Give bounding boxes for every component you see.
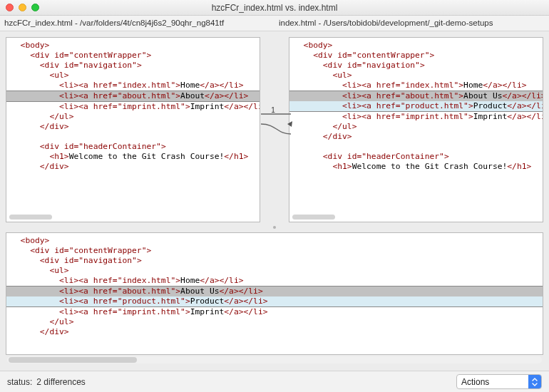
code-line[interactable]: <li><a href="product.html">Product</a></… (289, 101, 543, 112)
code-line[interactable] (289, 142, 543, 152)
code-line[interactable]: <ul> (6, 266, 543, 276)
code-line[interactable]: <li><a href="index.html">Home</a></li> (6, 81, 260, 91)
code-line[interactable]: <li><a href="imprint.html">Imprint</a></… (289, 112, 543, 122)
code-line[interactable]: <div id="contentWrapper"> (6, 246, 543, 256)
code-line[interactable]: <li><a href="about.html">About Us</a></l… (6, 286, 543, 296)
zoom-icon[interactable] (31, 4, 39, 11)
left-code-box[interactable]: <body> <div id="contentWrapper"> <div id… (6, 37, 260, 222)
code-line[interactable]: <div id="navigation"> (6, 256, 543, 266)
code-line[interactable]: </div> (6, 327, 543, 337)
code-line[interactable]: <div id="headerContainer"> (6, 142, 260, 152)
right-file-path: index.html - /Users/tobidobi/development… (274, 16, 549, 31)
code-line[interactable]: </ul> (6, 112, 260, 122)
code-line[interactable]: <ul> (6, 71, 260, 81)
code-line[interactable]: <div id="contentWrapper"> (289, 51, 543, 61)
path-bar: hzcFCr_index.html - /var/folders/4t/cn8j… (0, 16, 549, 31)
code-line[interactable]: </div> (6, 162, 260, 172)
code-line[interactable]: <div id="navigation"> (6, 61, 260, 71)
code-line[interactable]: <body> (6, 41, 260, 51)
minimize-icon[interactable] (19, 4, 26, 11)
code-line[interactable]: </ul> (6, 317, 543, 327)
code-line[interactable]: </div> (6, 122, 260, 132)
right-code-box[interactable]: <body> <div id="contentWrapper"> <div id… (289, 37, 543, 222)
code-line[interactable]: <li><a href="imprint.html">Imprint</a></… (6, 307, 543, 317)
code-line[interactable]: </div> (289, 132, 543, 142)
code-line[interactable]: <div id="headerContainer"> (289, 152, 543, 162)
code-line[interactable]: <li><a href="product.html">Product</a></… (6, 296, 543, 307)
code-line[interactable]: <li><a href="about.html">About</a></li> (6, 91, 260, 102)
code-line[interactable]: <h1>Welcome to the Git Crash Course!</h1… (289, 162, 543, 172)
horizontal-splitter[interactable] (6, 222, 543, 232)
code-line[interactable]: </ul> (289, 122, 543, 132)
actions-dropdown[interactable]: Actions (456, 374, 542, 389)
left-diff-pane[interactable]: <body> <div id="contentWrapper"> <div id… (6, 37, 260, 222)
code-line[interactable]: <li><a href="imprint.html">Imprint</a></… (6, 102, 260, 112)
code-line[interactable]: <li><a href="index.html">Home</a></li> (289, 81, 543, 91)
code-line[interactable]: <body> (6, 236, 543, 246)
code-line[interactable]: <ul> (289, 71, 543, 81)
splitter-grip-icon (273, 226, 276, 229)
diff-badge: 1 (271, 106, 275, 114)
code-line[interactable]: <div id="navigation"> (289, 61, 543, 71)
merged-h-scrollbar[interactable] (6, 355, 543, 365)
status-label: status: (7, 377, 32, 387)
h-scrollbar[interactable] (292, 215, 335, 220)
code-line[interactable]: <li><a href="about.html">About Us</a></l… (289, 91, 543, 101)
merged-pane[interactable]: <body> <div id="contentWrapper"> <div id… (6, 232, 543, 365)
window-title: hzcFCr_index.html vs. index.html (0, 3, 549, 13)
left-file-path: hzcFCr_index.html - /var/folders/4t/cn8j… (0, 16, 274, 31)
window-titlebar: hzcFCr_index.html vs. index.html (0, 0, 549, 16)
status-bar: status: 2 differences Actions (0, 371, 549, 392)
code-line[interactable] (6, 132, 260, 142)
h-scrollbar[interactable] (9, 215, 52, 220)
window-controls (6, 4, 39, 11)
code-line[interactable]: <body> (289, 41, 543, 51)
merged-code-box[interactable]: <body> <div id="contentWrapper"> <div id… (6, 232, 543, 355)
close-icon[interactable] (6, 4, 14, 11)
chevron-updown-icon (528, 375, 541, 388)
code-line[interactable]: <li><a href="index.html">Home</a></li> (6, 276, 543, 286)
code-line[interactable]: <h1>Welcome to the Git Crash Course!</h1… (6, 152, 260, 162)
right-diff-pane[interactable]: <body> <div id="contentWrapper"> <div id… (289, 37, 543, 222)
status-value: 2 differences (36, 377, 86, 387)
actions-label: Actions (457, 375, 528, 388)
code-line[interactable]: <div id="contentWrapper"> (6, 51, 260, 61)
